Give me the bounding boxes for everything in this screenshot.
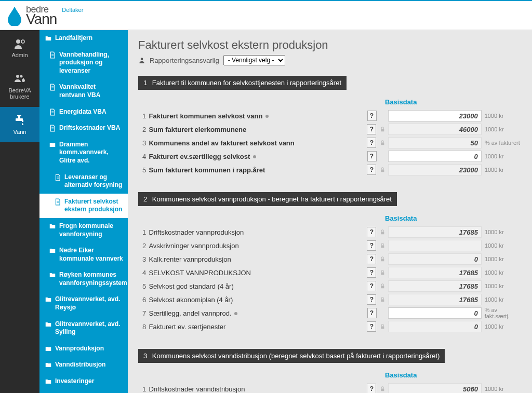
unit-label: 1000 kr xyxy=(485,126,522,132)
help-button[interactable]: ? xyxy=(367,227,376,237)
data-row: 1Fakturert kommunen selvkost vann ?23000… xyxy=(142,109,522,123)
unit-label: 1000 kr xyxy=(485,167,522,173)
nav-bedreva-brukere[interactable]: BedreVA brukere xyxy=(0,65,39,107)
row-number: 6 xyxy=(142,296,149,304)
lock-icon xyxy=(379,126,385,133)
tree-glitre-roysjo[interactable]: Glitrevannverket, avd. Røysjø xyxy=(39,291,128,316)
nav-vann[interactable]: Vann xyxy=(0,107,39,142)
row-number: 4 xyxy=(142,153,149,160)
page-title: Fakturert selvkost ekstern produksjon xyxy=(138,38,522,52)
svg-rect-18 xyxy=(381,326,384,329)
responsible-label: Rapporteringsansvarlig xyxy=(150,57,219,64)
unit-label: 1000 kr xyxy=(485,113,522,119)
help-button[interactable]: ? xyxy=(367,267,376,278)
unit-label: 1000 kr xyxy=(485,296,522,303)
unit-label: % av fakturert xyxy=(485,140,522,146)
tree-vanndistribusjon[interactable]: Vanndistribusjon xyxy=(39,357,128,373)
svg-point-3 xyxy=(20,75,23,78)
tree-drammen[interactable]: Drammen komm.vannverk, Glitre avd. xyxy=(39,137,128,169)
help-button[interactable]: ? xyxy=(367,165,376,175)
value-cell[interactable]: 0 xyxy=(388,151,482,162)
row-label: Fakturert ev. særtjenester xyxy=(149,323,330,331)
help-button[interactable]: ? xyxy=(367,384,376,393)
help-button[interactable]: ? xyxy=(367,308,377,318)
row-number: 3 xyxy=(142,255,149,263)
section-1-header: 1 Fakturert til kommunen for selvkosttje… xyxy=(138,76,347,90)
row-number: 1 xyxy=(142,112,149,120)
user-gear-icon xyxy=(13,37,26,50)
help-button[interactable]: ? xyxy=(367,138,376,148)
help-button[interactable]: ? xyxy=(367,294,376,305)
data-row: 3Kalk.renter vannproduksjon?01000 kr xyxy=(142,252,522,266)
tree-royken[interactable]: Røyken kommunes vannforsyningssystem xyxy=(39,267,128,291)
nav-bedreva-label: BedreVA brukere xyxy=(2,87,37,100)
section-2: 2 Kommunens selvkost vannproduksjon - be… xyxy=(138,192,522,333)
help-button[interactable]: ? xyxy=(367,111,377,121)
unit-label: 1000 kr xyxy=(485,283,522,289)
lock-icon xyxy=(379,228,385,236)
row-number: 2 xyxy=(142,242,149,250)
data-row: 3Kommunens andel av fakturert selvkost v… xyxy=(142,136,522,150)
value-cell: 5060 xyxy=(388,383,482,393)
info-icon[interactable] xyxy=(265,115,269,118)
tree-driftskostnader[interactable]: Driftskostnader VBA xyxy=(39,120,128,137)
data-row: 8Fakturert ev. særtjenester?01000 kr xyxy=(142,320,522,333)
help-button[interactable]: ? xyxy=(367,151,377,161)
row-label: SELVKOST VANNPRODUKSJON xyxy=(149,269,330,277)
tree-vannproduksjon[interactable]: Vannproduksjon xyxy=(39,341,128,357)
data-row: 1Driftskostnader vannproduksjon?17685100… xyxy=(142,225,522,239)
data-row: 7Særtillegg, andel vannprod. ?0% av fakt… xyxy=(142,306,522,320)
help-button[interactable]: ? xyxy=(367,124,376,134)
row-label: Fakturert ev.særtillegg selvkost xyxy=(149,153,331,160)
data-row: 5Sum fakturert kommunen i rapp.året?2300… xyxy=(142,163,522,177)
tree-okonomi[interactable]: Økonomi Selskapet xyxy=(39,390,128,393)
nav-admin[interactable]: Admin xyxy=(0,30,39,65)
basisdata-label: Basisdata xyxy=(385,98,522,106)
svg-point-8 xyxy=(141,58,143,60)
responsible-select[interactable]: - Vennligst velg - xyxy=(223,55,285,65)
lock-icon xyxy=(379,139,385,146)
help-button[interactable]: ? xyxy=(367,281,376,291)
tap-icon xyxy=(13,114,26,127)
value-cell[interactable]: 0 xyxy=(388,307,482,319)
info-icon[interactable] xyxy=(253,155,256,158)
svg-rect-17 xyxy=(381,299,384,302)
tree-vannkvalitet[interactable]: Vannkvalitet rentvann VBA xyxy=(39,79,128,103)
tree-landfalltjern[interactable]: Landfalltjern xyxy=(39,30,128,47)
svg-rect-19 xyxy=(381,388,384,391)
info-icon[interactable] xyxy=(234,312,237,315)
svg-rect-10 xyxy=(381,142,384,145)
value-cell xyxy=(388,240,482,251)
value-cell: 23000 xyxy=(388,164,482,175)
row-number: 1 xyxy=(142,228,149,236)
sidebar-tree[interactable]: Landfalltjern Vannbehandling, produksjon… xyxy=(39,30,128,393)
help-button[interactable]: ? xyxy=(367,240,376,251)
logo-vann: Vann xyxy=(26,12,57,26)
row-label: Særtillegg, andel vannprod. xyxy=(149,309,331,317)
tree-vannbehandling[interactable]: Vannbehandling, produksjon og leveranser xyxy=(39,47,128,79)
tree-fakturert[interactable]: Fakturert selvkost ekstern produksjon xyxy=(39,194,128,218)
svg-rect-14 xyxy=(381,259,384,261)
unit-label: 1000 kr xyxy=(485,229,522,235)
tree-nedre-eiker[interactable]: Nedre Eiker kommunale vannverk xyxy=(39,242,128,267)
svg-rect-12 xyxy=(381,232,384,234)
tree-energidata[interactable]: Energidata VBA xyxy=(39,104,128,120)
lock-icon xyxy=(379,166,385,173)
help-button[interactable]: ? xyxy=(367,321,376,332)
row-label: Driftskostnader vannproduksjon xyxy=(149,228,330,236)
tree-glitre-sylling[interactable]: Glitrevannverket, avd. Sylling xyxy=(39,316,128,341)
unit-label: 1000 kr xyxy=(485,153,522,159)
users-drop-icon xyxy=(13,73,26,85)
value-cell: 0 xyxy=(388,253,482,265)
help-button[interactable]: ? xyxy=(367,254,376,264)
tree-leveranser[interactable]: Leveranser og alternativ forsyning xyxy=(39,169,128,194)
tree-investeringer[interactable]: Investeringer xyxy=(39,373,128,390)
svg-point-2 xyxy=(16,75,19,78)
value-cell[interactable]: 23000 xyxy=(388,110,482,121)
unit-label: 1000 kr xyxy=(485,269,522,276)
lock-icon xyxy=(379,385,385,392)
row-number: 3 xyxy=(142,139,149,147)
svg-rect-16 xyxy=(381,286,384,288)
row-label: Kommunens andel av fakturert selvkost va… xyxy=(149,139,330,147)
tree-frogn[interactable]: Frogn kommunale vannforsyning xyxy=(39,218,128,242)
